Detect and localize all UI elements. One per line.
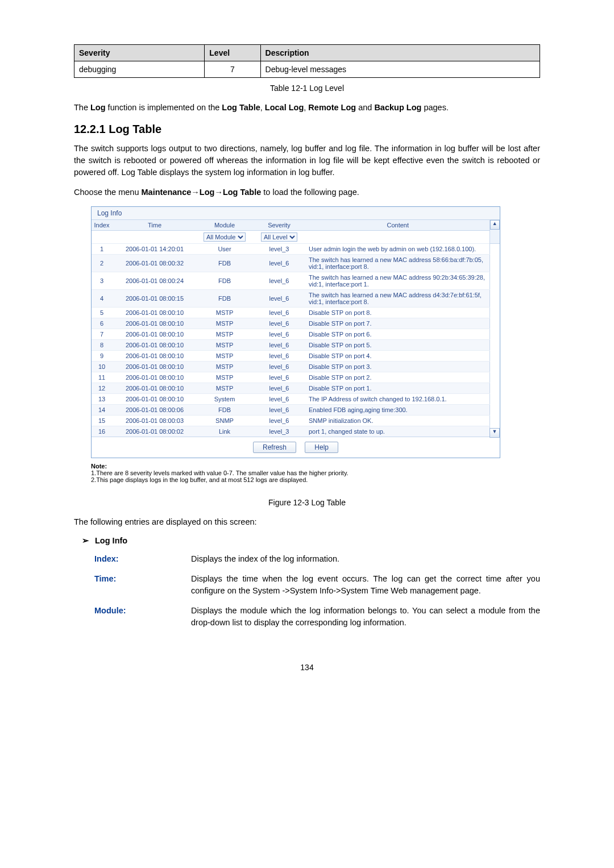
def-term-index: Index: — [74, 553, 191, 565]
scroll-up-icon[interactable]: ▲ — [490, 220, 500, 230]
table-row: 22006-01-01 08:00:32FDBlevel_6The switch… — [92, 255, 500, 272]
note-line-2: 2.This page displays logs in the log buf… — [91, 476, 500, 483]
severity-filter-select[interactable]: All Level — [261, 232, 297, 242]
cell: Disable STP on port 6. — [306, 329, 489, 340]
cell: 7 — [92, 329, 112, 340]
subheading: ➢Log Info — [82, 536, 540, 545]
table-row: 12006-01-01 14:20:01Userlevel_3User admi… — [92, 244, 500, 255]
table-row: 52006-01-01 08:00:10MSTPlevel_6Disable S… — [92, 308, 500, 318]
cell: FDB — [197, 405, 252, 416]
refresh-button[interactable]: Refresh — [253, 442, 296, 453]
cell: Enabled FDB aging,aging time:300. — [306, 405, 489, 416]
table-row: 132006-01-01 08:00:10Systemlevel_6The IP… — [92, 394, 500, 405]
col-severity: Severity — [252, 220, 306, 231]
table-row: 42006-01-01 08:00:15FDBlevel_6The switch… — [92, 290, 500, 308]
def-body-time: Displays the time when the log event occ… — [191, 573, 540, 597]
cell: 10 — [92, 362, 112, 372]
figure-caption: Figure 12-3 Log Table — [74, 498, 540, 507]
cell: The switch has learned a new MAC address… — [306, 255, 489, 272]
col-module: Module — [197, 220, 252, 231]
cell-severity: debugging — [74, 61, 205, 78]
note-title: Note: — [91, 463, 500, 470]
cell: FDB — [197, 272, 252, 290]
cell: Link — [197, 426, 252, 437]
cell: The switch has learned a new MAC address… — [306, 272, 489, 290]
cell: 2006-01-01 08:00:03 — [112, 416, 197, 426]
table-row: 152006-01-01 08:00:03SNMPlevel_6SNMP ini… — [92, 416, 500, 426]
cell: Disable STP on port 7. — [306, 318, 489, 329]
table-row: 122006-01-01 08:00:10MSTPlevel_6Disable … — [92, 383, 500, 394]
scroll-down-icon[interactable]: ▼ — [489, 428, 500, 438]
cell: level_3 — [252, 426, 306, 437]
cell: level_6 — [252, 329, 306, 340]
table-row: 32006-01-01 08:00:24FDBlevel_6The switch… — [92, 272, 500, 290]
cell: 16 — [92, 426, 112, 437]
cell: level_6 — [252, 308, 306, 318]
cell: Disable STP on port 1. — [306, 383, 489, 394]
col-time: Time — [112, 220, 197, 231]
cell: level_6 — [252, 416, 306, 426]
cell: User admin login the web by admin on web… — [306, 244, 489, 255]
cell: MSTP — [197, 308, 252, 318]
table-row: 62006-01-01 08:00:10MSTPlevel_6Disable S… — [92, 318, 500, 329]
table-row: 142006-01-01 08:00:06FDBlevel_6Enabled F… — [92, 405, 500, 416]
panel-title: Log Info — [92, 207, 500, 220]
col-content: Content — [306, 220, 489, 231]
cell: level_6 — [252, 362, 306, 372]
cell: FDB — [197, 255, 252, 272]
cell: SNMP initialization OK. — [306, 416, 489, 426]
cell: User — [197, 244, 252, 255]
cell: level_6 — [252, 383, 306, 394]
table-row: 92006-01-01 08:00:10MSTPlevel_6Disable S… — [92, 351, 500, 362]
scrollbar[interactable]: ▲ — [489, 220, 500, 244]
col-index: Index — [92, 220, 112, 231]
cell: MSTP — [197, 351, 252, 362]
severity-table: Severity Level Description debugging 7 D… — [74, 44, 540, 78]
cell: MSTP — [197, 362, 252, 372]
cell: 2006-01-01 08:00:10 — [112, 329, 197, 340]
cell: 2006-01-01 08:00:10 — [112, 383, 197, 394]
cell: 2006-01-01 08:00:32 — [112, 255, 197, 272]
cell: MSTP — [197, 318, 252, 329]
def-body-module: Displays the module which the log inform… — [191, 605, 540, 629]
cell: 13 — [92, 394, 112, 405]
cell: MSTP — [197, 372, 252, 383]
cell: level_3 — [252, 244, 306, 255]
cell: FDB — [197, 290, 252, 308]
cell: Disable STP on port 3. — [306, 362, 489, 372]
cell: 2006-01-01 08:00:10 — [112, 394, 197, 405]
cell: 2006-01-01 08:00:10 — [112, 308, 197, 318]
cell: 2006-01-01 08:00:15 — [112, 290, 197, 308]
cell: 2006-01-01 08:00:10 — [112, 372, 197, 383]
cell: MSTP — [197, 340, 252, 351]
cell: 2006-01-01 08:00:24 — [112, 272, 197, 290]
module-filter-select[interactable]: All Module — [204, 232, 246, 242]
table-row: 82006-01-01 08:00:10MSTPlevel_6Disable S… — [92, 340, 500, 351]
cell: SNMP — [197, 416, 252, 426]
cell: level_6 — [252, 272, 306, 290]
table-row: 102006-01-01 08:00:10MSTPlevel_6Disable … — [92, 362, 500, 372]
def-term-time: Time: — [74, 573, 191, 597]
cell: 1 — [92, 244, 112, 255]
cell: Disable STP on port 4. — [306, 351, 489, 362]
cell: 2006-01-01 08:00:10 — [112, 340, 197, 351]
th-severity: Severity — [74, 45, 205, 61]
cell: 2006-01-01 08:00:10 — [112, 318, 197, 329]
cell: level_6 — [252, 405, 306, 416]
cell: level_6 — [252, 351, 306, 362]
cell: MSTP — [197, 329, 252, 340]
cell: 12 — [92, 383, 112, 394]
table-caption: Table 12-1 Log Level — [74, 84, 540, 93]
cell: Disable STP on port 5. — [306, 340, 489, 351]
cell: 4 — [92, 290, 112, 308]
cell: The IP Address of switch changed to 192.… — [306, 394, 489, 405]
section-heading: 12.2.1 Log Table — [74, 123, 540, 136]
cell: Disable STP on port 2. — [306, 372, 489, 383]
th-description: Description — [260, 45, 540, 61]
cell: port 1, changed state to up. — [306, 426, 489, 437]
cell: 11 — [92, 372, 112, 383]
help-button[interactable]: Help — [305, 442, 338, 453]
cell: level_6 — [252, 255, 306, 272]
cell: 15 — [92, 416, 112, 426]
table-row: 112006-01-01 08:00:10MSTPlevel_6Disable … — [92, 372, 500, 383]
